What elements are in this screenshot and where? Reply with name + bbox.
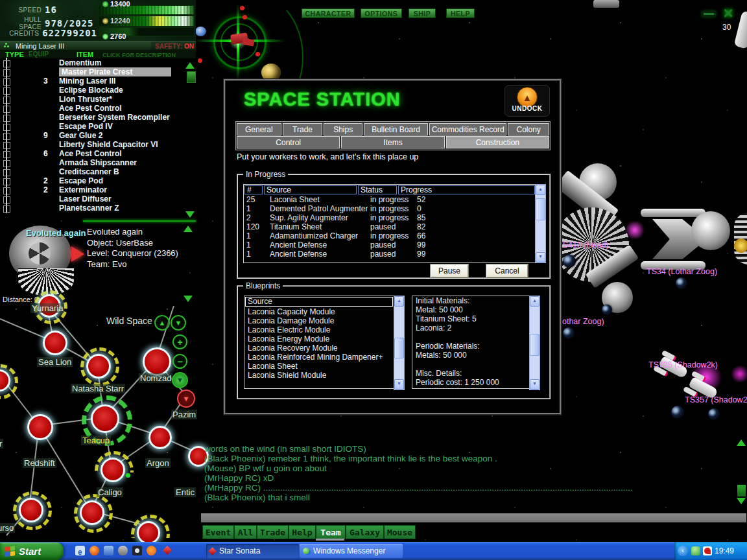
tab-items[interactable]: Items [341, 136, 444, 148]
galaxy-node-bottom-2[interactable] [80, 500, 104, 525]
blueprints-scrollbar[interactable]: ▲ ▼ [394, 296, 405, 390]
ship-app-icon[interactable] [118, 546, 128, 555]
tab-control[interactable]: Control [237, 136, 340, 148]
chat-tab-trade[interactable]: Trade [257, 525, 289, 539]
blueprint-item[interactable]: Laconia Recovery Module [244, 344, 394, 353]
options-button[interactable]: OPTIONS [361, 8, 402, 18]
col-source[interactable]: Source [264, 185, 357, 194]
scroll-up-icon[interactable]: ▲ [530, 296, 540, 307]
target-scroll-down-icon[interactable] [184, 296, 193, 302]
inventory-item[interactable]: Dementium [0, 58, 196, 67]
inventory-item[interactable]: Berserker System Recompiler [0, 113, 196, 122]
galaxy-map[interactable]: Yurnaria Wild Space Sea Lion Natasha Sta… [0, 305, 198, 538]
galaxy-node-teacup[interactable] [91, 404, 119, 433]
chat-input[interactable] [201, 513, 746, 522]
chat-scroll-thumb[interactable] [737, 485, 746, 496]
map-zoom-out-button[interactable]: − [172, 354, 187, 369]
tray-collapse-icon[interactable]: ‹ [678, 546, 688, 556]
cancel-button[interactable]: Cancel [486, 264, 528, 278]
safety-indicator[interactable]: SAFETY: ON [151, 41, 196, 51]
col-progress[interactable]: Progress [398, 185, 535, 194]
tab-construction[interactable]: Construction [446, 136, 549, 148]
internet-explorer-icon[interactable]: e [75, 546, 85, 555]
messenger-quick-icon[interactable] [104, 546, 113, 555]
scroll-thumb[interactable] [530, 334, 540, 356]
inventory-item[interactable]: Escape Pod IV [0, 122, 196, 131]
table-row[interactable]: 120Titanium Sheetpaused82 [244, 222, 536, 231]
inventory-item[interactable]: Eclipse Blockade [0, 86, 196, 95]
blueprint-item[interactable]: Laconia Reinforced Mining Dampener+ [244, 353, 394, 362]
table-row[interactable]: 2Sup. Agility Augmenterin progress85 [244, 213, 536, 222]
inventory-scroll-thumb[interactable] [187, 71, 196, 83]
chat-scroll-down-icon[interactable] [737, 498, 746, 504]
galaxy-node-argon[interactable] [148, 426, 172, 449]
inventory-item[interactable]: Lion Thruster* [0, 95, 196, 104]
table-row[interactable]: 1Demented Patrol Augmenterin progress0 [244, 204, 536, 213]
scroll-down-icon[interactable]: ▼ [394, 379, 404, 390]
details-scrollbar[interactable]: ▲ ▼ [529, 296, 540, 390]
blueprint-item[interactable]: Laconia Damage Module [244, 316, 394, 325]
galaxy-node-nomzad[interactable] [143, 347, 171, 376]
inventory-item[interactable]: Planetscanner Z [0, 204, 196, 213]
close-button[interactable]: × [720, 6, 737, 21]
table-row[interactable]: 1Ancient Defensepaused99 [244, 240, 536, 250]
scroll-down-icon[interactable]: ▼ [530, 379, 540, 390]
map-layer-up-button[interactable]: ▲ [154, 315, 170, 331]
galaxy-node-bottom-3[interactable] [137, 521, 160, 544]
inventory-item[interactable]: 2Exterminator [0, 185, 196, 194]
blueprint-item[interactable]: Laconia Sheet [244, 362, 394, 371]
inventory-item[interactable]: Laser Diffuser [0, 194, 196, 204]
tab-general[interactable]: General [237, 123, 281, 135]
blueprint-item[interactable]: Laconia Capacity Module [244, 307, 394, 316]
galaxy-node-natasha-starr[interactable] [86, 354, 111, 379]
chat-tab-team[interactable]: Team [316, 525, 346, 539]
taskbar-task-windows-messenger[interactable]: Windows Messenger [300, 544, 403, 558]
chat-tab-event[interactable]: Event [202, 525, 234, 539]
tab-commodities-record[interactable]: Commodities Record [429, 123, 506, 135]
blueprint-item[interactable]: Laconia Electric Module [244, 325, 394, 334]
inventory-item[interactable]: Ace Pest Control [0, 104, 196, 113]
blueprints-list-header[interactable]: Source [245, 297, 393, 307]
tab-bulletin-board[interactable]: Bulletin Board [364, 123, 428, 135]
inventory-scroll-down-icon[interactable] [185, 211, 195, 218]
selected-weapon-bar[interactable]: Mining Laser III [0, 41, 151, 51]
galaxy-node-bottom-1[interactable] [19, 498, 43, 522]
galaxy-node-caligo[interactable] [101, 458, 125, 482]
scroll-up-icon[interactable]: ▲ [536, 185, 545, 195]
pause-button[interactable]: Pause [430, 264, 469, 278]
galaxy-node-redshift[interactable] [27, 414, 53, 440]
character-button[interactable]: CHARACTER [302, 8, 355, 18]
inventory-item[interactable]: 9Gear Glue 2 [0, 131, 196, 140]
chat-tab-mouse[interactable]: Mouse [384, 525, 416, 539]
inventory-item[interactable]: Creditscanner B [0, 167, 196, 176]
start-button[interactable]: Start [0, 542, 64, 560]
col-number[interactable]: # [244, 185, 263, 194]
table-scrollbar[interactable]: ▲ ▼ [535, 184, 546, 263]
table-row[interactable]: 25Laconia Sheetin progress52 [244, 195, 536, 204]
msn-tray-icon[interactable] [691, 546, 700, 555]
map-zoom-in-button[interactable]: + [172, 334, 187, 349]
game-skull-icon[interactable] [132, 546, 142, 555]
help-button[interactable]: HELP [446, 8, 475, 18]
map-center-button[interactable]: ▼ [172, 372, 188, 388]
minimize-button[interactable] [702, 11, 716, 17]
galaxy-node-sea-lion[interactable] [43, 331, 67, 355]
chat-tab-galaxy[interactable]: Galaxy [346, 525, 384, 539]
scroll-thumb[interactable] [394, 338, 404, 358]
inventory-item[interactable]: 3Mining Laser III [0, 76, 196, 86]
col-status[interactable]: Status [358, 185, 397, 194]
tab-colony[interactable]: Colony [508, 123, 549, 135]
chat-tab-help[interactable]: Help [289, 525, 316, 539]
tab-ships[interactable]: Ships [324, 123, 362, 135]
inventory-item[interactable]: 6Ace Pest Control [0, 149, 196, 158]
star-sonata-quick-icon[interactable] [162, 546, 172, 555]
inventory-item[interactable]: Master Pirate Crest [0, 67, 196, 76]
undock-button[interactable]: ▲ UNDOCK [504, 85, 550, 117]
map-marker-button[interactable]: ▼ [177, 390, 195, 408]
tab-trade[interactable]: Trade [283, 123, 323, 135]
blueprint-item[interactable]: Laconia Energy Module [244, 334, 394, 344]
scroll-down-icon[interactable]: ▼ [536, 252, 545, 262]
blender-icon[interactable] [147, 546, 156, 555]
inventory-item[interactable]: Armada Shipscanner [0, 158, 196, 167]
blueprint-item[interactable]: Laconia Shield Module [244, 371, 394, 380]
